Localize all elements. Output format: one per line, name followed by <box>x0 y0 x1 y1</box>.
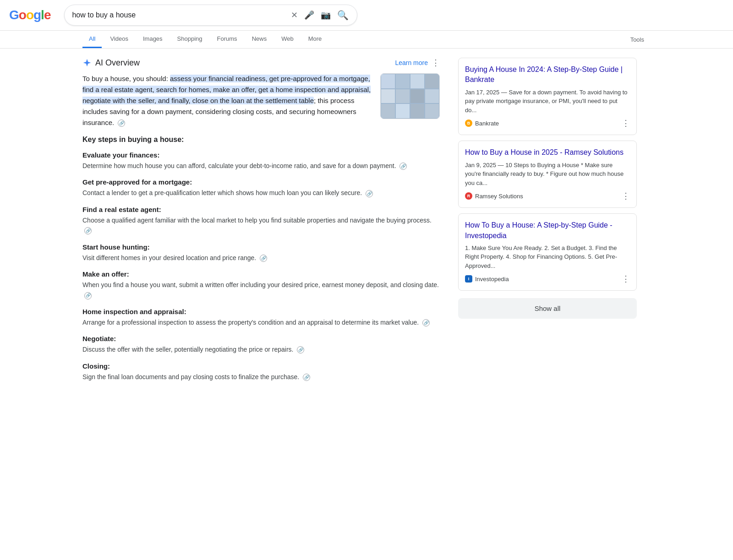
step-7-desc: Discuss the offer with the seller, poten… <box>82 344 440 354</box>
voice-search-button[interactable]: 🎤 <box>303 9 315 21</box>
search-bar: ✕ 🎤 📷 🔍 <box>64 5 357 26</box>
step-6: Home inspection and appraisal: Arrange f… <box>82 308 440 327</box>
source-2-title[interactable]: How to Buy a House in 2025 - Ramsey Solu… <box>465 147 630 158</box>
image-cell-1 <box>381 74 395 89</box>
tab-images[interactable]: Images <box>137 31 169 48</box>
image-cell-6 <box>395 89 410 104</box>
source-1-footer: B Bankrate ⋮ <box>465 118 630 128</box>
image-cell-7 <box>410 89 425 104</box>
step-3: Find a real estate agent: Choose a quali… <box>82 206 440 236</box>
source-1-options-button[interactable]: ⋮ <box>622 118 630 128</box>
step-6-citation[interactable]: 🔗 <box>422 319 430 326</box>
ai-image <box>380 73 440 119</box>
step-5-citation[interactable]: 🔗 <box>84 292 92 299</box>
ai-intro: To buy a house, you should: <box>82 75 170 82</box>
logo-o1: o <box>19 8 26 22</box>
tab-shopping[interactable]: Shopping <box>171 31 209 48</box>
step-3-desc: Choose a qualified agent familiar with t… <box>82 215 440 236</box>
step-3-title: Find a real estate agent: <box>82 206 440 213</box>
step-1: Evaluate your finances: Determine how mu… <box>82 151 440 171</box>
tools-button[interactable]: Tools <box>624 32 651 48</box>
step-2-citation[interactable]: 🔗 <box>366 190 373 197</box>
step-2-desc: Contact a lender to get a pre-qualificat… <box>82 188 440 198</box>
step-1-title: Evaluate your finances: <box>82 151 440 159</box>
tab-web[interactable]: Web <box>275 31 300 48</box>
image-cell-2 <box>395 74 410 89</box>
search-tabs: All Videos Images Shopping Forums News W… <box>0 31 733 49</box>
camera-icon: 📷 <box>321 10 331 20</box>
visual-search-button[interactable]: 📷 <box>320 9 332 21</box>
image-cell-8 <box>425 89 439 104</box>
source-1-title[interactable]: Buying A House In 2024: A Step-By-Step G… <box>465 65 630 85</box>
learn-more-button[interactable]: Learn more <box>395 59 428 66</box>
image-cell-10 <box>395 103 410 119</box>
google-logo: Google <box>9 8 50 22</box>
left-panel: AI Overview Learn more ⋮ To buy a house,… <box>82 58 440 389</box>
ai-image-grid <box>380 73 440 119</box>
search-bar-container: ✕ 🎤 📷 🔍 <box>64 5 357 26</box>
step-8-desc: Sign the final loan documents and pay cl… <box>82 372 440 382</box>
source-2-options-button[interactable]: ⋮ <box>622 191 630 201</box>
source-card-1: Buying A House In 2024: A Step-By-Step G… <box>458 58 637 135</box>
step-8-citation[interactable]: 🔗 <box>303 374 310 381</box>
tab-all[interactable]: All <box>82 31 102 48</box>
tab-forums[interactable]: Forums <box>211 31 244 48</box>
source-2-name: Ramsey Solutions <box>475 193 523 200</box>
source-card-2: How to Buy a House in 2025 - Ramsey Solu… <box>458 141 637 208</box>
ai-overview-options-button[interactable]: ⋮ <box>432 58 440 68</box>
step-6-desc: Arrange for a professional inspection to… <box>82 317 440 327</box>
logo-e: e <box>44 8 51 22</box>
step-5-title: Make an offer: <box>82 270 440 278</box>
citation-icon-intro[interactable]: 🔗 <box>118 120 125 127</box>
source-3-footer: I Investopedia ⋮ <box>465 274 630 284</box>
ai-overview-actions: Learn more ⋮ <box>395 58 440 68</box>
image-cell-9 <box>381 103 395 119</box>
search-button[interactable]: 🔍 <box>336 9 350 22</box>
microphone-icon: 🎤 <box>304 10 314 20</box>
source-3-name: Investopedia <box>475 276 509 283</box>
main-content: AI Overview Learn more ⋮ To buy a house,… <box>0 49 733 398</box>
step-6-title: Home inspection and appraisal: <box>82 308 440 315</box>
logo-l: l <box>41 8 44 22</box>
source-3-title[interactable]: How To Buy a House: A Step-by-Step Guide… <box>465 220 630 241</box>
step-4-title: Start house hunting: <box>82 243 440 251</box>
step-7: Negotiate: Discuss the offer with the se… <box>82 335 440 354</box>
close-icon: ✕ <box>291 10 298 20</box>
source-1-snippet: Jan 17, 2025 — Save for a down payment. … <box>465 88 630 115</box>
source-card-3: How To Buy a House: A Step-by-Step Guide… <box>458 213 637 291</box>
clear-button[interactable]: ✕ <box>290 9 299 21</box>
step-7-citation[interactable]: 🔗 <box>297 346 304 353</box>
step-4-citation[interactable]: 🔗 <box>260 255 267 262</box>
source-2-info: R Ramsey Solutions <box>465 192 523 200</box>
step-7-title: Negotiate: <box>82 335 440 343</box>
logo-g: G <box>9 8 19 22</box>
image-cell-4 <box>425 74 439 89</box>
tab-news[interactable]: News <box>246 31 274 48</box>
ai-text: To buy a house, you should: assess your … <box>82 73 373 128</box>
step-1-citation[interactable]: 🔗 <box>399 163 407 170</box>
search-input[interactable] <box>72 11 285 19</box>
step-8-title: Closing: <box>82 362 440 370</box>
step-3-citation[interactable]: 🔗 <box>84 227 92 234</box>
tab-videos[interactable]: Videos <box>104 31 135 48</box>
ai-diamond-icon <box>82 58 92 67</box>
source-2-footer: R Ramsey Solutions ⋮ <box>465 191 630 201</box>
image-cell-5 <box>381 89 395 104</box>
step-4: Start house hunting: Visit different hom… <box>82 243 440 263</box>
header: Google ✕ 🎤 📷 🔍 <box>0 0 733 31</box>
image-cell-12 <box>425 103 439 119</box>
source-1-favicon: B <box>465 120 472 127</box>
source-3-snippet: 1. Make Sure You Are Ready. 2. Set a Bud… <box>465 244 630 271</box>
right-panel: Buying A House In 2024: A Step-By-Step G… <box>458 58 637 389</box>
ai-overview-label: AI Overview <box>95 58 140 68</box>
logo-g2: g <box>33 8 41 22</box>
ai-content: To buy a house, you should: assess your … <box>82 73 440 128</box>
step-5-desc: When you find a house you want, submit a… <box>82 280 440 300</box>
source-3-favicon: I <box>465 275 472 283</box>
step-2-title: Get pre-approved for a mortgage: <box>82 178 440 186</box>
show-all-button[interactable]: Show all <box>458 298 637 319</box>
source-3-info: I Investopedia <box>465 275 509 283</box>
source-3-options-button[interactable]: ⋮ <box>622 274 630 284</box>
image-cell-3 <box>410 74 425 89</box>
tab-more[interactable]: More <box>302 31 328 48</box>
